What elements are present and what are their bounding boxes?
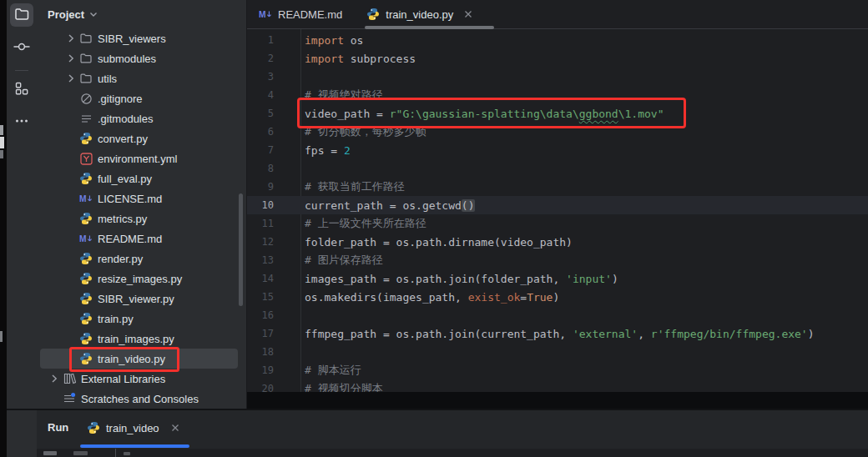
line-number[interactable]: 15 — [247, 291, 274, 303]
line-number[interactable]: 3 — [247, 71, 274, 83]
chevron-down-icon[interactable] — [88, 8, 99, 20]
tree-item--gitmodules[interactable]: .gitmodules — [40, 108, 238, 128]
project-tool-button[interactable] — [10, 3, 33, 27]
tree-item-sibr-viewers[interactable]: SIBR_viewers — [40, 28, 238, 48]
code-text[interactable]: folder_path = os.path.dirname(video_path… — [305, 236, 573, 249]
code-text[interactable]: # 视频切分脚本 — [305, 381, 383, 392]
tree-item-train-video-py[interactable]: train_video.py — [40, 349, 238, 369]
line-number[interactable]: 17 — [247, 328, 274, 339]
line-number[interactable]: 8 — [247, 163, 274, 174]
code-text[interactable]: current_path = os.getcwd() — [305, 199, 475, 212]
python-icon — [79, 172, 93, 185]
line-number[interactable]: 7 — [247, 144, 274, 156]
tree-item--gitignore[interactable]: .gitignore — [40, 88, 238, 108]
tree-item-label: resize_images.py — [98, 273, 182, 285]
tree-item-readme-md[interactable]: MREADME.md — [40, 228, 238, 249]
code-line-16: 16 — [247, 306, 868, 324]
run-console-clipped — [37, 449, 868, 457]
modules-file-icon — [79, 112, 93, 125]
code-line-19: 19# 脚本运行 — [247, 361, 868, 379]
folder-icon — [79, 52, 93, 65]
line-number[interactable]: 18 — [247, 346, 274, 358]
code-line-7: 7fps = 2 — [247, 141, 868, 159]
tree-item-train-py[interactable]: train.py — [40, 309, 238, 329]
line-number[interactable]: 12 — [247, 236, 274, 248]
line-number[interactable]: 5 — [247, 108, 274, 119]
code-text[interactable]: fps = 2 — [305, 144, 351, 157]
code-editor[interactable]: 1import os2import subprocess34# 视频绝对路径5v… — [247, 29, 868, 392]
code-text[interactable]: # 脚本运行 — [305, 363, 361, 378]
tree-item-license-md[interactable]: MLICENSE.md — [40, 188, 238, 208]
run-tool-window: Run train_video — [37, 410, 868, 457]
code-text[interactable]: import subprocess — [305, 53, 416, 65]
line-number[interactable]: 2 — [247, 53, 274, 64]
tree-item-label: README.md — [98, 233, 162, 245]
structure-icon — [13, 80, 30, 99]
markdown-icon: M — [79, 232, 93, 245]
tree-item-convert-py[interactable]: convert.py — [40, 128, 238, 148]
run-tab-train-video[interactable]: train_video — [87, 415, 181, 440]
line-number[interactable]: 9 — [247, 181, 274, 193]
close-icon[interactable] — [462, 8, 474, 20]
structure-tool-button[interactable] — [10, 78, 33, 101]
tree-item-resize-images-py[interactable]: resize_images.py — [40, 269, 238, 289]
code-text[interactable]: # 图片保存路径 — [305, 253, 383, 268]
python-icon — [79, 312, 93, 325]
chevron-right-icon[interactable] — [64, 32, 79, 45]
background-window-sliver — [0, 0, 7, 457]
code-line-20: 20# 视频切分脚本 — [247, 379, 868, 392]
tab-train-video-py[interactable]: train_video.py — [355, 0, 487, 28]
tree-item-external-libraries[interactable]: External Libraries — [40, 369, 238, 389]
line-number[interactable]: 11 — [247, 218, 274, 229]
close-icon[interactable] — [169, 422, 181, 434]
tree-item-render-py[interactable]: render.py — [40, 249, 238, 269]
project-panel-header[interactable]: Project — [37, 0, 246, 28]
line-number[interactable]: 4 — [247, 89, 274, 101]
tree-item-label: render.py — [98, 253, 143, 265]
more-tools-button[interactable] — [10, 110, 33, 133]
code-line-6: 6# 切分帧数，每秒多少帧 — [247, 123, 868, 141]
code-line-1: 1import os — [247, 31, 868, 49]
chevron-right-icon[interactable] — [48, 372, 63, 385]
line-number[interactable]: 1 — [247, 34, 274, 46]
python-icon — [79, 212, 93, 225]
code-text[interactable]: # 上一级文件夹所在路径 — [305, 216, 426, 231]
code-line-13: 13# 图片保存路径 — [247, 251, 868, 269]
line-number[interactable]: 13 — [247, 254, 274, 266]
tree-item-metrics-py[interactable]: metrics.py — [40, 208, 238, 228]
tree-scrollbar[interactable] — [239, 193, 243, 306]
chevron-right-icon[interactable] — [64, 52, 79, 65]
tree-item-full-eval-py[interactable]: full_eval.py — [40, 168, 238, 188]
code-text[interactable]: # 获取当前工作路径 — [305, 179, 405, 194]
tree-item-environment-yml[interactable]: environment.yml — [40, 148, 238, 168]
code-line-8: 8 — [247, 159, 868, 178]
line-number[interactable]: 19 — [247, 364, 274, 376]
line-number[interactable]: 16 — [247, 309, 274, 321]
line-number[interactable]: 20 — [247, 383, 274, 392]
tree-item-utils[interactable]: utils — [40, 68, 238, 88]
line-number[interactable]: 6 — [247, 126, 274, 138]
tree-item-label: metrics.py — [98, 213, 147, 225]
chevron-right-icon[interactable] — [64, 72, 79, 85]
code-text[interactable]: import os — [305, 34, 363, 47]
line-number[interactable]: 10 — [247, 199, 274, 211]
tree-item-scratches-and-consoles[interactable]: Scratches and Consoles — [40, 389, 238, 409]
tree-item-label: LICENSE.md — [98, 193, 162, 205]
tree-item-submodules[interactable]: submodules — [40, 48, 238, 68]
code-text[interactable]: images_path = os.path.join(folder_path, … — [305, 273, 618, 285]
tab-readme-md[interactable]: M README.md — [247, 0, 355, 28]
tree-item-train-images-py[interactable]: train_images.py — [40, 329, 238, 349]
line-number[interactable]: 14 — [247, 273, 274, 284]
code-text[interactable]: ffmpeg_path = os.path.join(current_path,… — [305, 328, 815, 340]
code-text[interactable]: # 切分帧数，每秒多少帧 — [305, 124, 426, 139]
run-tab-label: train_video — [106, 422, 159, 434]
code-text[interactable]: # 视频绝对路径 — [305, 88, 383, 103]
tree-item-label: train.py — [98, 313, 134, 325]
tab-label: README.md — [278, 8, 342, 21]
code-text[interactable]: video_path = r"G:\gaussian-splatting\dat… — [305, 108, 664, 120]
tree-item-sibr-viewer-py[interactable]: SIBR_viewer.py — [40, 289, 238, 309]
python-icon — [87, 421, 100, 434]
code-text[interactable]: os.makedirs(images_path, exist_ok=True) — [305, 291, 559, 304]
commit-tool-button[interactable] — [10, 36, 33, 59]
scratches-icon — [63, 392, 76, 405]
